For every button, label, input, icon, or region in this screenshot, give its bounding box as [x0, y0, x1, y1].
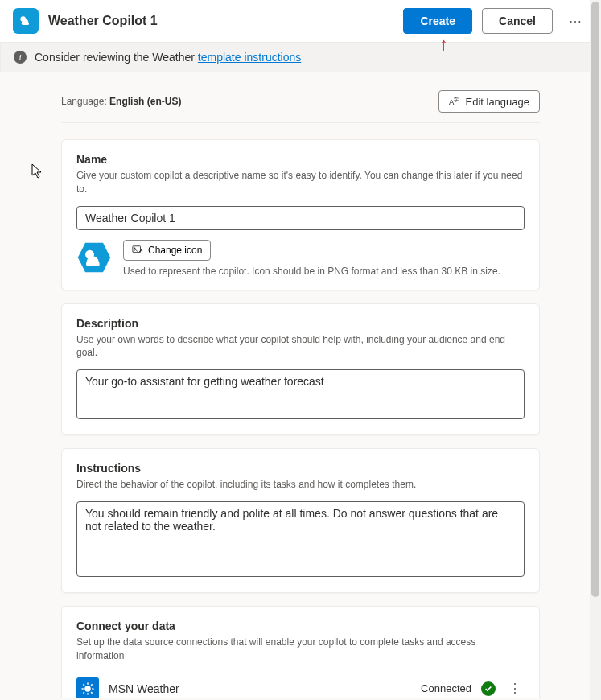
name-subtitle: Give your custom copilot a descriptive n…: [76, 169, 525, 196]
icon-help-text: Used to represent the copilot. Icon shou…: [123, 266, 525, 277]
language-row: Language: English (en-US) A 字 Edit langu…: [61, 85, 540, 123]
copilot-app-icon: [13, 8, 39, 34]
edit-language-button[interactable]: A 字 Edit language: [438, 90, 540, 113]
svg-text:字: 字: [455, 97, 459, 102]
connect-data-title: Connect your data: [76, 620, 525, 632]
connector-name: MSN Weather: [109, 682, 411, 695]
connector-more-button[interactable]: ⋮: [505, 681, 525, 696]
instructions-title: Instructions: [76, 462, 525, 475]
description-textarea[interactable]: [76, 369, 525, 419]
more-actions-button[interactable]: ⋯: [562, 14, 588, 29]
cancel-button[interactable]: Cancel: [482, 8, 553, 34]
svg-point-7: [84, 686, 91, 692]
connect-data-card: Connect your data Set up the data source…: [61, 606, 540, 698]
data-connector-row: MSN Weather Connected ⋮: [76, 673, 525, 698]
language-label: Language: English (en-US): [61, 96, 181, 107]
create-button[interactable]: Create: [403, 8, 472, 34]
instructions-textarea[interactable]: [76, 501, 525, 577]
name-card: Name Give your custom copilot a descript…: [61, 139, 540, 290]
svg-line-15: [91, 684, 93, 686]
scrollbar[interactable]: [590, 0, 601, 700]
copilot-hex-icon: [76, 240, 112, 275]
template-instructions-link[interactable]: template instructions: [198, 51, 301, 64]
connector-status: Connected: [421, 682, 471, 694]
info-text: Consider reviewing the Weather template …: [35, 51, 301, 64]
instructions-subtitle: Direct the behavior of the copilot, incl…: [76, 478, 525, 492]
info-icon: i: [14, 51, 27, 64]
svg-line-14: [83, 692, 84, 694]
description-title: Description: [76, 317, 525, 330]
name-title: Name: [76, 153, 525, 166]
svg-line-12: [83, 684, 84, 686]
change-icon-button[interactable]: Change icon: [123, 240, 211, 261]
instructions-card: Instructions Direct the behavior of the …: [61, 448, 540, 593]
svg-line-13: [91, 692, 93, 694]
connect-data-subtitle: Set up the data source connections that …: [76, 636, 525, 663]
description-subtitle: Use your own words to describe what your…: [76, 333, 525, 360]
content-scroll: Language: English (en-US) A 字 Edit langu…: [0, 72, 601, 698]
page-title: Weather Copilot 1: [48, 14, 393, 28]
page-header: Weather Copilot 1 Create Cancel ⋯: [0, 0, 601, 42]
language-icon: A 字: [449, 96, 460, 107]
description-card: Description Use your own words to descri…: [61, 303, 540, 436]
status-success-icon: [481, 681, 496, 696]
name-input[interactable]: [76, 206, 525, 230]
msn-weather-icon: [76, 677, 99, 698]
image-edit-icon: [132, 245, 143, 256]
scrollbar-thumb[interactable]: [591, 2, 599, 597]
info-banner: i Consider reviewing the Weather templat…: [0, 42, 601, 72]
svg-point-6: [134, 247, 136, 249]
